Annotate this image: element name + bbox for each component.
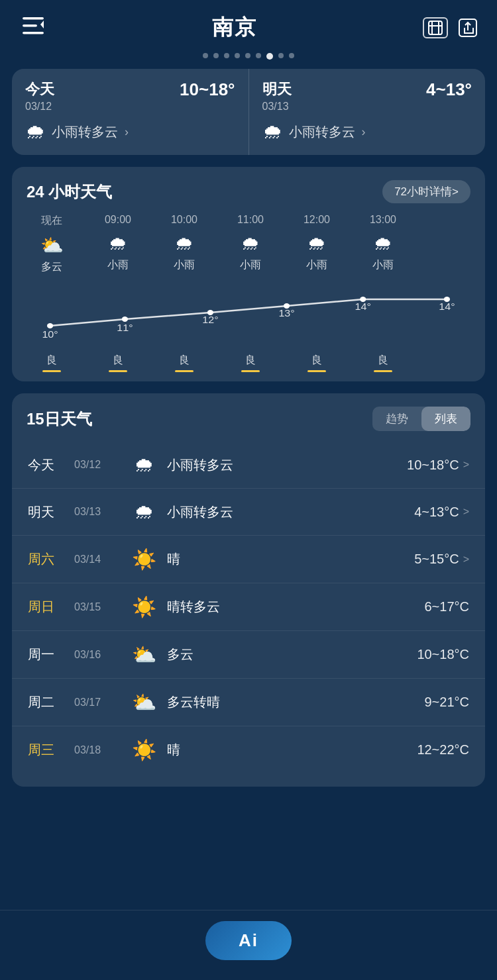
hour-col-5: 13:00 🌧 小雨	[350, 214, 416, 277]
tomorrow-weather-desc: 小雨转多云	[289, 123, 355, 141]
aqi-col-4: 良	[284, 347, 350, 372]
hour-desc: 小雨	[372, 258, 394, 272]
city-title: 南京	[212, 13, 257, 42]
forecast-icon: ☀️	[127, 548, 160, 571]
forecast-day: 周一	[28, 646, 74, 663]
aqi-value: 良	[311, 354, 322, 368]
today-tomorrow-card: 今天 03/12 10~18° 🌧 小雨转多云 › 明天 03/13 4~13°…	[12, 69, 485, 155]
aqi-value: 良	[245, 354, 256, 368]
forecast-arrow: >	[463, 506, 469, 518]
forecast-day: 今天	[28, 456, 74, 474]
hour-time: 10:00	[171, 214, 197, 226]
header-actions	[423, 17, 477, 38]
hour-desc: 小雨	[240, 258, 261, 272]
aqi-bar	[374, 370, 392, 372]
view-toggle[interactable]: 趋势 列表	[372, 407, 470, 431]
dot-1[interactable]	[203, 53, 208, 58]
svg-text:10°: 10°	[42, 329, 58, 339]
today-temp: 10~18°	[180, 79, 235, 100]
hour-time: 09:00	[105, 214, 131, 226]
forecast-day: 周三	[28, 741, 74, 759]
aqi-bar	[175, 370, 193, 372]
forecast-row[interactable]: 周六 03/14 ☀️ 晴 5~15°C >	[12, 535, 485, 583]
hour-desc: 小雨	[174, 258, 195, 272]
aqi-bar	[109, 370, 127, 372]
forecast-desc: 晴	[160, 550, 414, 568]
hour-desc: 多云	[41, 260, 62, 274]
hourly-scroll[interactable]: 现在 ⛅ 多云 09:00 🌧 小雨 10:00 🌧 小雨 11:00 🌧 小雨…	[12, 214, 485, 277]
dot-9[interactable]	[289, 53, 294, 58]
forecast-icon: 🌧	[127, 454, 160, 476]
forecast-title: 15日天气	[27, 409, 92, 430]
hourly-detail-btn[interactable]: 72小时详情>	[382, 180, 470, 203]
toggle-list[interactable]: 列表	[421, 407, 470, 431]
forecast-arrow: >	[463, 459, 469, 471]
forecast-icon: ☀️	[127, 595, 160, 618]
hourly-header: 24 小时天气 72小时详情>	[12, 180, 485, 214]
dot-8[interactable]	[278, 53, 284, 58]
ai-bar: Ai	[0, 910, 497, 980]
forecast-icon: ☀️	[127, 738, 160, 761]
aqi-col-1: 良	[85, 347, 151, 372]
forecast-temp: 6~17°C	[425, 599, 470, 614]
dot-3[interactable]	[224, 53, 229, 58]
aqi-bar	[307, 370, 326, 372]
forecast-date: 03/14	[74, 554, 127, 565]
today-label: 今天	[25, 79, 54, 99]
svg-text:11°: 11°	[117, 322, 133, 333]
dot-6[interactable]	[256, 53, 261, 58]
svg-point-11	[122, 317, 128, 322]
hour-icon: 🌧	[374, 232, 392, 254]
tomorrow-temp: 4~13°	[426, 79, 472, 100]
forecast-date: 03/18	[74, 744, 127, 756]
forecast-row[interactable]: 明天 03/13 🌧 小雨转多云 4~13°C >	[12, 488, 485, 535]
dot-7[interactable]	[266, 53, 273, 60]
today-date: 03/12	[25, 101, 54, 113]
forecast-date: 03/13	[74, 506, 127, 518]
today-arrow[interactable]: ›	[125, 125, 129, 139]
tomorrow-panel[interactable]: 明天 03/13 4~13° 🌧 小雨转多云 ›	[249, 69, 486, 155]
hour-icon: 🌧	[109, 232, 127, 254]
forecast-temp: 12~22°C	[417, 742, 469, 758]
dot-4[interactable]	[235, 53, 240, 58]
hour-time: 现在	[41, 214, 62, 228]
calendar-icon[interactable]	[423, 17, 448, 38]
aqi-value: 良	[46, 354, 57, 368]
hour-col-1: 09:00 🌧 小雨	[85, 214, 151, 277]
forecast-icon: ⛅	[127, 691, 160, 714]
aqi-col-0: 良	[19, 347, 85, 372]
forecast-desc: 多云转晴	[160, 693, 425, 711]
share-icon[interactable]	[459, 19, 477, 37]
forecast-card: 15日天气 趋势 列表 今天 03/12 🌧 小雨转多云 10~18°C > 明…	[12, 393, 485, 787]
hour-icon: 🌧	[241, 232, 260, 254]
menu-icon[interactable]	[20, 17, 46, 39]
hour-icon: 🌧	[307, 232, 326, 254]
header: 南京	[0, 0, 497, 49]
aqi-col-2: 良	[151, 347, 217, 372]
dot-2[interactable]	[213, 53, 219, 58]
tomorrow-label: 明天	[262, 79, 292, 99]
toggle-trend[interactable]: 趋势	[372, 407, 421, 431]
forecast-temp: 10~18°C	[407, 458, 459, 473]
dot-5[interactable]	[245, 53, 250, 58]
forecast-desc: 小雨转多云	[160, 503, 414, 521]
today-panel[interactable]: 今天 03/12 10~18° 🌧 小雨转多云 ›	[12, 69, 249, 155]
forecast-desc: 小雨转多云	[160, 456, 407, 474]
ai-button[interactable]: Ai	[205, 921, 292, 960]
svg-rect-1	[23, 24, 37, 27]
forecast-temp: 9~21°C	[425, 695, 470, 710]
hour-col-2: 10:00 🌧 小雨	[151, 214, 217, 277]
hour-col-3: 11:00 🌧 小雨	[217, 214, 284, 277]
hour-col-0: 现在 ⛅ 多云	[19, 214, 85, 277]
hour-desc: 小雨	[107, 258, 129, 272]
hour-time: 12:00	[304, 214, 330, 226]
forecast-row[interactable]: 今天 03/12 🌧 小雨转多云 10~18°C >	[12, 442, 485, 488]
hour-time: 11:00	[237, 214, 264, 226]
svg-marker-3	[40, 21, 44, 28]
svg-text:14°: 14°	[439, 301, 455, 312]
temp-curve: 10° 11° 12° 13° 14° 14°	[12, 279, 485, 339]
tomorrow-arrow[interactable]: ›	[362, 125, 366, 139]
forecast-date: 03/12	[74, 459, 127, 471]
aqi-bar	[241, 370, 260, 372]
forecast-day: 周日	[28, 598, 74, 616]
